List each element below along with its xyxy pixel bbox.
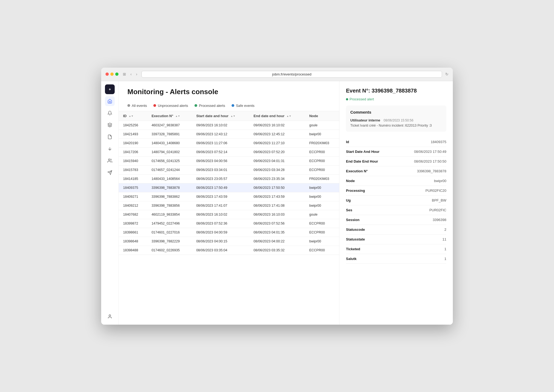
- table-row[interactable]: 18415940 0174656_0241325 09/06/2023 04:0…: [119, 156, 339, 165]
- table-row[interactable]: 18425256 4603247_9838387 09/06/2023 16:1…: [119, 121, 339, 130]
- address-bar[interactable]: jobm.fr/events/processed: [141, 71, 442, 78]
- svg-point-5: [109, 315, 111, 316]
- col-node[interactable]: Node: [305, 111, 339, 121]
- detail-value: bwipr00: [434, 179, 446, 183]
- cell-node: bwipr00: [305, 192, 339, 201]
- detail-row: Salutk 1: [346, 254, 446, 264]
- detail-label: Node: [346, 179, 355, 183]
- table-row[interactable]: 18414185 1480433_1408564 08/06/2023 23:0…: [119, 174, 339, 183]
- filter-processed[interactable]: Processed alerts: [194, 104, 225, 108]
- col-id[interactable]: ID ▲▼: [119, 111, 147, 121]
- cell-execution: 0174601_0227016: [147, 228, 192, 237]
- filter-bar: All events Unprocessed alerts Processed …: [119, 100, 339, 111]
- cell-start: 09/06/2023 07:52:14: [192, 147, 249, 156]
- table-row[interactable]: 18417206 1480794_0241802 09/06/2023 07:5…: [119, 147, 339, 156]
- filter-unprocessed[interactable]: Unprocessed alerts: [153, 104, 188, 108]
- processed-badge: Processed alert: [346, 97, 374, 101]
- sidebar-item-home[interactable]: [105, 96, 115, 106]
- filter-safe[interactable]: Safe events: [232, 104, 255, 108]
- comment-item: Utilisateur interne 08/06/2023 15:50:56 …: [350, 118, 442, 127]
- cell-execution: 0174602_0226935: [147, 246, 192, 255]
- table-row[interactable]: 18409212 3396398_7883856 08/06/2023 17:4…: [119, 201, 339, 210]
- safe-label: Safe events: [236, 104, 255, 108]
- cell-node: ECCPR00: [305, 219, 339, 228]
- back-button[interactable]: ‹: [129, 71, 133, 77]
- cell-node: ECCPR00: [305, 156, 339, 165]
- alerts-table-container[interactable]: ID ▲▼ Execution N° ▲▼ Start date and hou…: [119, 111, 339, 325]
- table-row[interactable]: 18409375 3396398_7883878 08/06/2023 17:5…: [119, 183, 339, 192]
- cell-start: 08/06/2023 16:10:02: [192, 210, 249, 219]
- detail-label: Statusstate: [346, 237, 365, 241]
- detail-label: Processing: [346, 189, 365, 193]
- right-panel: Event N°: 3396398_7883878 Processed aler…: [339, 81, 453, 325]
- detail-value: 3396398_7883878: [417, 169, 446, 173]
- table-row[interactable]: 18415783 0174657_0241244 09/06/2023 03:3…: [119, 165, 339, 174]
- sidebar-toggle-icon[interactable]: ⊞: [122, 71, 127, 77]
- cell-node: bwipr00: [305, 183, 339, 192]
- table-row[interactable]: 18399872 1479452_0227496 08/06/2023 07:5…: [119, 219, 339, 228]
- processed-label: Processed alerts: [199, 104, 225, 108]
- table-row[interactable]: 18398661 0174601_0227016 08/06/2023 04:0…: [119, 228, 339, 237]
- maximize-button[interactable]: [115, 73, 118, 76]
- sidebar-item-alerts[interactable]: [105, 108, 115, 118]
- sidebar-item-transfer[interactable]: [105, 144, 115, 154]
- user-avatar-icon[interactable]: [105, 312, 115, 321]
- detail-row: Id 18409375: [346, 137, 446, 147]
- filter-all-events[interactable]: All events: [127, 104, 147, 108]
- browser-body: +: [101, 81, 453, 325]
- table-row[interactable]: 18398648 3396398_7882229 08/06/2023 04:0…: [119, 237, 339, 246]
- table-row[interactable]: 18409271 3396398_7883862 08/06/2023 17:4…: [119, 192, 339, 201]
- col-end[interactable]: End date end hour ▲▼: [249, 111, 305, 121]
- col-start[interactable]: Start date and hour ▲▼: [192, 111, 249, 121]
- cell-end: 09/06/2023 07:52:20: [249, 147, 305, 156]
- main-content: Monitoring - Alerts console All events U…: [119, 81, 339, 325]
- table-row[interactable]: 18420190 1480433_1408680 09/06/2023 11:2…: [119, 139, 339, 147]
- table-row[interactable]: 18407682 4602119_9833854 08/06/2023 16:1…: [119, 210, 339, 219]
- sidebar-item-users[interactable]: [105, 156, 115, 166]
- sidebar-logo-icon[interactable]: +: [105, 84, 115, 94]
- sidebar-item-document[interactable]: [105, 132, 115, 142]
- cell-id: 18409271: [119, 192, 147, 201]
- sidebar-item-send[interactable]: [105, 168, 115, 177]
- cell-id: 18398648: [119, 237, 147, 246]
- cell-execution: 3396398_7883856: [147, 201, 192, 210]
- detail-row: Ses PUR02FIC: [346, 205, 446, 215]
- cell-node: ECCPR00: [305, 246, 339, 255]
- detail-row: Statuscode 2: [346, 225, 446, 235]
- col-execution[interactable]: Execution N° ▲▼: [147, 111, 192, 121]
- cell-execution: 4602119_9833854: [147, 210, 192, 219]
- close-button[interactable]: [105, 73, 109, 76]
- cell-execution: 0174657_0241244: [147, 165, 192, 174]
- comment-timestamp: 08/06/2023 15:50:56: [384, 118, 413, 122]
- table-row[interactable]: 18421493 3397328_7885891 09/06/2023 12:4…: [119, 130, 339, 139]
- cell-execution: 1480794_0241802: [147, 147, 192, 156]
- table-row[interactable]: 18398488 0174602_0226935 08/06/2023 03:3…: [119, 246, 339, 255]
- cell-end: 08/06/2023 16:10:03: [249, 210, 305, 219]
- cell-end: 08/06/2023 04:00:22: [249, 237, 305, 246]
- cell-end: 09/06/2023 11:27:10: [249, 139, 305, 147]
- detail-label: Execution N°: [346, 169, 368, 173]
- minimize-button[interactable]: [110, 73, 114, 76]
- safe-dot: [232, 104, 234, 107]
- page-header: Monitoring - Alerts console: [119, 81, 339, 100]
- detail-value: 08/06/2023 17:50:49: [414, 150, 446, 154]
- cell-execution: 3396398_7883862: [147, 192, 192, 201]
- cell-node: goule: [305, 210, 339, 219]
- sidebar-item-layers[interactable]: [105, 120, 115, 130]
- cell-id: 18420190: [119, 139, 147, 147]
- cell-execution: 3396398_7882229: [147, 237, 192, 246]
- cell-end: 09/06/2023 16:10:02: [249, 121, 305, 130]
- sidebar-user-section: [105, 312, 115, 321]
- detail-label: Ses: [346, 208, 352, 212]
- comment-user: Utilisateur interne: [350, 118, 380, 122]
- cell-end: 08/06/2023 07:52:56: [249, 219, 305, 228]
- browser-window: ⊞ ‹ › jobm.fr/events/processed ↻ +: [101, 68, 453, 325]
- detail-label: Session: [346, 218, 360, 222]
- forward-button[interactable]: ›: [135, 71, 138, 77]
- refresh-icon[interactable]: ↻: [445, 72, 449, 76]
- detail-row: Statusstate 11: [346, 235, 446, 244]
- detail-row: Session 3396398: [346, 215, 446, 225]
- all-events-label: All events: [132, 104, 147, 108]
- cell-id: 18415783: [119, 165, 147, 174]
- cell-node: FR020XIM03: [305, 174, 339, 183]
